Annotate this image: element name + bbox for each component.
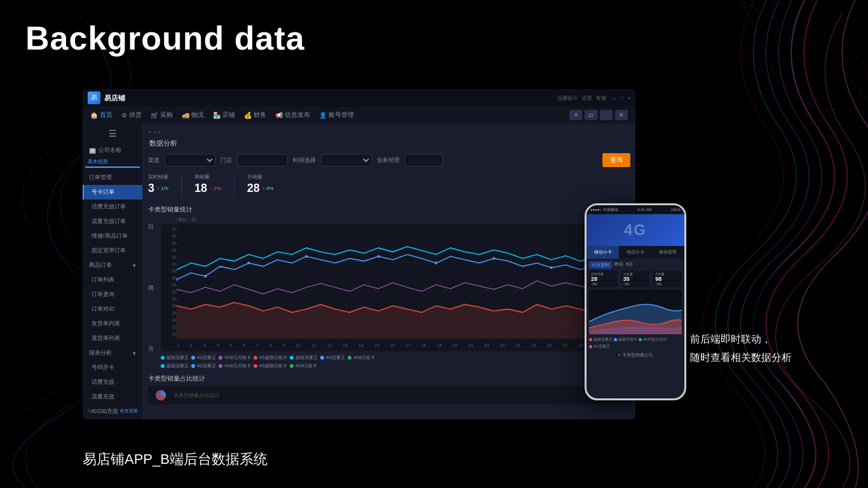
- sidebar-item-repair-order[interactable]: 维修/商品订单: [83, 229, 142, 243]
- nav-icon-1[interactable]: 卡: [569, 110, 582, 120]
- chevron-down-icon-2: ▾: [133, 350, 136, 356]
- sidebar-item-topup-order[interactable]: 话费充值订单: [83, 200, 142, 214]
- phone-pie-label: × 卡类型销量占比: [589, 352, 682, 358]
- stat-monthly: 月销量 28 ↑ 4%: [247, 173, 274, 199]
- legend-4: 4G超级日租卡: [254, 355, 287, 361]
- right-text-line2: 随时查看相关数据分析: [690, 349, 792, 367]
- bottom-title: 易店铺APP_B端后台数据系统: [83, 450, 268, 469]
- nav-icon-3[interactable]: :: [600, 110, 613, 120]
- svg-point-8: [204, 275, 207, 278]
- svg-point-9: [247, 262, 250, 264]
- legend-5: 超级流量王: [290, 355, 318, 361]
- manager-input[interactable]: [405, 154, 443, 166]
- store-input[interactable]: [237, 154, 288, 166]
- nav-right-icons: 卡 22 : ⊞: [569, 110, 628, 120]
- sidebar-item-order-query[interactable]: 订单查询: [83, 287, 142, 302]
- sidebar-item-topup[interactable]: 话费充值: [83, 375, 142, 390]
- nav-icon-4[interactable]: ⊞: [615, 110, 628, 120]
- nav-home[interactable]: 🏠 首页: [90, 111, 112, 119]
- sidebar-order-management[interactable]: 订单管理: [83, 170, 142, 185]
- chart-title: 卡类型销量统计: [148, 205, 630, 214]
- phone-stat-2-change: ↑2%: [623, 282, 648, 286]
- phone-legend-2: 超级日租卡: [614, 337, 637, 342]
- month-label: 月: [148, 345, 157, 353]
- phone-tabs[interactable]: 移动小卡 电信小卡 移动宽带: [587, 246, 684, 259]
- phone-status-bar: ●●●●○ 中国移动 9:41 AM 100%: [587, 205, 684, 214]
- nav-logistics[interactable]: 🚚 物流: [182, 111, 204, 119]
- sidebar-item-flow[interactable]: 流量充值: [83, 390, 142, 404]
- phone-yesterday[interactable]: 昨日: [614, 261, 623, 269]
- sidebar: ☰ 🏢 公司名称 基本指票 订单管理 号卡订单 话费充值订单 流量充值订单 维修…: [83, 123, 143, 419]
- stats-divider-1: [181, 173, 182, 199]
- chart-side-labels: 日 周 月: [148, 217, 157, 369]
- chevron-down-icon: ▾: [133, 262, 136, 269]
- nav-finance[interactable]: 💰 财务: [244, 111, 266, 119]
- sidebar-product-order[interactable]: 商品订单 ▾: [83, 258, 142, 273]
- phone-stat-2-value: 35: [623, 276, 648, 282]
- main-layout: ☰ 🏢 公司名称 基本指票 订单管理 号卡订单 话费充值订单 流量充值订单 维修…: [83, 123, 635, 419]
- nav-info[interactable]: 📢 信息发布: [275, 111, 310, 119]
- phone-chart: [589, 290, 682, 334]
- sidebar-item-card-order[interactable]: 号卡订单: [83, 185, 142, 200]
- stat-weekly-label: 周销量: [194, 173, 221, 180]
- legend-3: 4G8元月租卡: [219, 355, 250, 361]
- sidebar-item-card-activation[interactable]: 号码开卡: [83, 360, 142, 375]
- phone-chart-svg: [589, 290, 682, 334]
- nav-purchase[interactable]: 🛒 采购: [151, 111, 173, 119]
- stat-weekly-value-row: 18 ↓ 2%: [194, 182, 221, 195]
- phone-mockup: ●●●●○ 中国移动 9:41 AM 100% 4G 移动小卡 电信小卡 移动宽…: [585, 203, 686, 400]
- phone-stat-1: 实时销量 28 ↑2%: [589, 271, 618, 287]
- right-text: 前后端即时联动， 随时查看相关数据分析: [690, 330, 792, 367]
- bg-title: Background data: [25, 19, 305, 57]
- stats-divider-2: [234, 173, 234, 199]
- stat-monthly-label: 月销量: [247, 173, 274, 180]
- query-button[interactable]: 查询: [602, 153, 630, 167]
- app-name: 易店铺: [104, 93, 125, 103]
- chart-unit: （单位：张）: [173, 217, 630, 223]
- legend-6: 4G流量王: [320, 355, 345, 361]
- sidebar-item-broadband-order[interactable]: 固定宽带订单: [83, 243, 142, 258]
- sidebar-base-tab[interactable]: 基本指票: [85, 157, 140, 168]
- sidebar-item-delivery-list[interactable]: 发货单列表: [83, 316, 142, 331]
- phone-today[interactable]: 今日实时: [589, 261, 612, 269]
- chart-container: 日 周 月 （单位：张） 5048464442 4038363432 3: [148, 217, 630, 369]
- info-icon: 📢: [275, 112, 283, 119]
- phone-tab-mobile[interactable]: 移动小卡: [587, 246, 619, 259]
- finance-icon: 💰: [244, 112, 252, 119]
- channel-select[interactable]: [165, 154, 215, 166]
- update-link[interactable]: 检查更新: [120, 408, 138, 414]
- building-icon: 🏢: [89, 147, 96, 154]
- sidebar-report[interactable]: 报表分析 ▾: [83, 346, 142, 360]
- phone-last-month[interactable]: 6日: [626, 261, 633, 269]
- cart-icon: 🛒: [151, 112, 158, 119]
- pie-chart-title: 卡类型销量占比统计: [148, 374, 630, 383]
- phone-legend-4: 4G流量王: [589, 344, 610, 349]
- sidebar-item-order-list[interactable]: 订单列表: [83, 273, 142, 287]
- chart-canvas: [177, 227, 628, 339]
- phone-tab-broadband[interactable]: 移动宽带: [652, 246, 684, 259]
- content-title: 数据分析: [148, 139, 630, 148]
- sidebar-menu-toggle[interactable]: ☰: [83, 123, 142, 144]
- content-area: ⬩ ⬩ ⬩ 数据分析 渠道 门店 时间选择 业务经理 查询: [143, 123, 635, 419]
- base-tab-label: 基本指票: [85, 157, 111, 166]
- sidebar-item-return-list[interactable]: 退货单列表: [83, 331, 142, 346]
- account-icon: 👤: [319, 112, 327, 119]
- phone-4g-text: 4G: [624, 221, 647, 239]
- red-fill: [177, 302, 609, 339]
- legend-8: 超级流量王: [161, 363, 189, 369]
- nav-supply[interactable]: ⚙ 供货: [121, 111, 142, 119]
- phone-content: 今日实时 昨日 6日 实时销量 28 ↑2% 当标量 35 ↑2%: [587, 259, 684, 361]
- phone-tab-telecom[interactable]: 电信小卡: [619, 246, 651, 259]
- nav-store[interactable]: 🏪 店铺: [213, 111, 235, 119]
- time-select[interactable]: [321, 154, 372, 166]
- chart-legend-2: 超级流量王 4G流量王 4G8元月租卡 4G超级日租卡 4G8元租卡: [161, 363, 630, 369]
- sidebar-item-flow-order[interactable]: 流量充值订单: [83, 214, 142, 229]
- nav-icon-2[interactable]: 22: [585, 110, 597, 120]
- svg-point-13: [492, 257, 495, 260]
- dashboard-container: 易 易店铺 温馨提示 设置 客服 — □ × 🏠 首页 ⚙ 供货 🛒 采购: [83, 89, 635, 419]
- nav-account[interactable]: 👤 账号管理: [319, 111, 354, 119]
- legend-1: 超级流量王: [161, 355, 189, 361]
- sidebar-item-order-id[interactable]: 订单对ID: [83, 302, 142, 316]
- nav-dots: ⬩ ⬩ ⬩: [148, 128, 161, 135]
- stat-monthly-value: 28: [247, 182, 260, 195]
